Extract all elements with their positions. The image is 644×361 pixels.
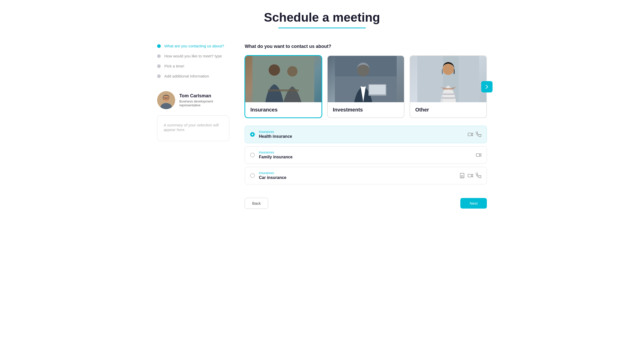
category-label-other: Other: [410, 102, 486, 117]
car-category: Insurances: [259, 171, 286, 175]
category-card-insurances[interactable]: Insurances: [245, 55, 322, 118]
svg-rect-14: [369, 85, 386, 94]
radio-health[interactable]: [250, 132, 255, 137]
summary-placeholder: A summary of your selection will appear …: [164, 123, 219, 132]
page-title: Schedule a meeting: [157, 10, 487, 24]
step-item-2: How would you like to meet? type: [157, 54, 229, 58]
bottom-bar: Back Next: [245, 195, 487, 209]
sub-item-car-left: Insurances Car insurance: [250, 171, 286, 180]
main-layout: What are you contacting us about? How wo…: [157, 44, 487, 209]
page-header: Schedule a meeting: [157, 10, 487, 28]
other-image: [410, 56, 486, 102]
radio-car[interactable]: [250, 173, 255, 178]
phone-icon-car: [476, 173, 481, 178]
category-card-investments[interactable]: Investments: [327, 55, 404, 118]
step-dot-1: [157, 44, 161, 48]
agent-info: Tom Carlsman Business development repres…: [179, 93, 229, 107]
header-divider: [278, 28, 366, 28]
sidebar: What are you contacting us about? How wo…: [157, 44, 229, 141]
svg-point-17: [443, 64, 454, 75]
radio-family[interactable]: [250, 153, 255, 157]
health-category: Insurances: [259, 130, 292, 134]
sub-item-family-text: Insurances Family insurance: [259, 151, 293, 159]
svg-rect-18: [417, 56, 443, 102]
video-icon-car: [468, 173, 473, 178]
step-item-4: Add additional information: [157, 74, 229, 78]
step-item-3: Pick a time!: [157, 64, 229, 68]
agent-title: Business development representative: [179, 99, 229, 107]
car-icons: [459, 173, 481, 178]
svg-rect-21: [476, 154, 480, 157]
video-icon: [468, 132, 473, 137]
category-label-insurances: Insurances: [245, 102, 321, 117]
agent-card: Tom Carlsman Business development repres…: [157, 91, 229, 109]
next-button[interactable]: Next: [460, 198, 487, 209]
svg-rect-10: [252, 56, 314, 102]
category-card-other[interactable]: Other: [410, 55, 487, 118]
health-name: Health insurance: [259, 134, 292, 139]
sub-item-car-text: Insurances Car insurance: [259, 171, 286, 180]
sub-item-family-left: Insurances Family insurance: [250, 151, 293, 159]
car-name: Car insurance: [259, 175, 286, 180]
sub-item-car[interactable]: Insurances Car insurance: [245, 167, 487, 184]
svg-rect-23: [468, 174, 471, 177]
sub-items-list: Insurances Health insurance: [245, 126, 487, 187]
section-title: What do you want to contact us about?: [245, 44, 487, 49]
step-label-2: How would you like to meet? type: [164, 54, 222, 58]
family-icons: [476, 152, 481, 158]
svg-rect-15: [335, 56, 397, 76]
category-cards: Insurances: [245, 55, 487, 118]
step-item-1: What are you contacting us about?: [157, 44, 229, 48]
sub-item-health-left: Insurances Health insurance: [250, 130, 292, 139]
category-label-investments: Investments: [328, 102, 404, 117]
steps-list: What are you contacting us about? How wo…: [157, 44, 229, 78]
health-icons: [468, 132, 481, 137]
sub-item-health-text: Insurances Health insurance: [259, 130, 292, 139]
investments-image: [328, 56, 404, 102]
step-label-3: Pick a time!: [164, 64, 184, 68]
phone-icon: [476, 132, 481, 137]
video-icon-family: [476, 152, 481, 158]
step-dot-2: [157, 54, 161, 58]
step-label-4: Add additional information: [164, 74, 209, 78]
family-category: Insurances: [259, 151, 293, 154]
summary-box: A summary of your selection will appear …: [157, 115, 229, 141]
building-icon: [459, 173, 465, 178]
sub-item-family[interactable]: Insurances Family insurance: [245, 146, 487, 164]
back-button[interactable]: Back: [245, 198, 268, 209]
avatar: [157, 91, 175, 109]
content-area: What do you want to contact us about?: [245, 44, 487, 209]
sub-item-health[interactable]: Insurances Health insurance: [245, 126, 487, 143]
svg-rect-19: [459, 56, 479, 102]
family-name: Family insurance: [259, 155, 293, 159]
step-dot-3: [157, 64, 161, 68]
step-label-1: What are you contacting us about?: [164, 44, 224, 48]
carousel-next-button[interactable]: [481, 81, 493, 92]
svg-rect-20: [468, 133, 471, 136]
step-dot-4: [157, 74, 161, 78]
agent-name: Tom Carlsman: [179, 93, 229, 99]
insurances-image: [245, 56, 321, 102]
